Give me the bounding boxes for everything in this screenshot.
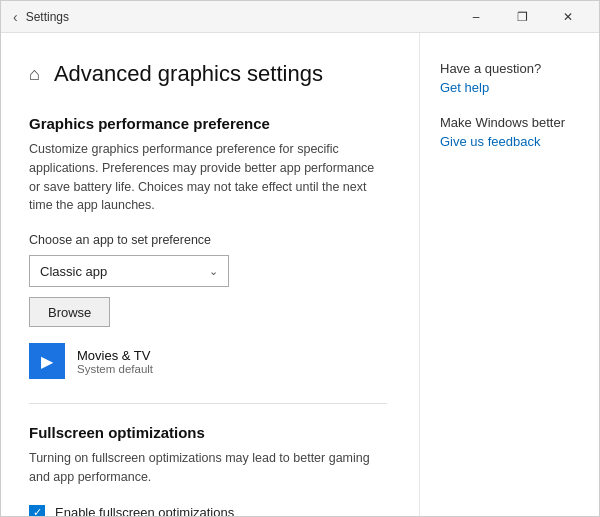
app-icon-symbol: ▶ bbox=[41, 352, 53, 371]
give-feedback-link[interactable]: Give us feedback bbox=[440, 134, 579, 149]
sidebar-feedback-section: Make Windows better Give us feedback bbox=[440, 115, 579, 149]
app-icon: ▶ bbox=[29, 343, 65, 379]
maximize-button[interactable]: ❐ bbox=[499, 1, 545, 33]
section-divider bbox=[29, 403, 387, 404]
window: ‹ Settings – ❐ ✕ ⌂ Advanced graphics set… bbox=[0, 0, 600, 517]
minimize-button[interactable]: – bbox=[453, 1, 499, 33]
main-panel: ⌂ Advanced graphics settings Graphics pe… bbox=[1, 33, 419, 516]
page-title: Advanced graphics settings bbox=[54, 61, 323, 87]
fullscreen-checkbox[interactable]: ✓ bbox=[29, 505, 45, 517]
app-status: System default bbox=[77, 363, 153, 375]
get-help-link[interactable]: Get help bbox=[440, 80, 579, 95]
page-header: ⌂ Advanced graphics settings bbox=[29, 61, 387, 87]
titlebar: ‹ Settings – ❐ ✕ bbox=[1, 1, 599, 33]
fullscreen-checkbox-label: Enable fullscreen optimizations bbox=[55, 505, 234, 516]
sidebar-feedback-heading: Make Windows better bbox=[440, 115, 579, 130]
fullscreen-checkbox-row: ✓ Enable fullscreen optimizations bbox=[29, 505, 387, 517]
fullscreen-section: Fullscreen optimizations Turning on full… bbox=[29, 424, 387, 516]
dropdown-arrow-icon: ⌄ bbox=[198, 255, 228, 287]
graphics-section-title: Graphics performance preference bbox=[29, 115, 387, 132]
sidebar-help-heading: Have a question? bbox=[440, 61, 579, 76]
choose-app-label: Choose an app to set preference bbox=[29, 233, 387, 247]
graphics-section: Graphics performance preference Customiz… bbox=[29, 115, 387, 379]
close-button[interactable]: ✕ bbox=[545, 1, 591, 33]
back-button[interactable]: ‹ bbox=[13, 9, 18, 25]
dropdown-value: Classic app bbox=[30, 264, 198, 279]
fullscreen-section-description: Turning on fullscreen optimizations may … bbox=[29, 449, 387, 487]
home-icon[interactable]: ⌂ bbox=[29, 64, 40, 85]
app-name: Movies & TV bbox=[77, 348, 153, 363]
sidebar-help-section: Have a question? Get help bbox=[440, 61, 579, 95]
app-dropdown[interactable]: Classic app ⌄ bbox=[29, 255, 229, 287]
app-info: Movies & TV System default bbox=[77, 348, 153, 375]
browse-button[interactable]: Browse bbox=[29, 297, 110, 327]
checkbox-check-icon: ✓ bbox=[33, 507, 42, 516]
app-row: ▶ Movies & TV System default bbox=[29, 343, 387, 379]
titlebar-controls: – ❐ ✕ bbox=[453, 1, 591, 33]
graphics-section-description: Customize graphics performance preferenc… bbox=[29, 140, 387, 215]
content-area: ⌂ Advanced graphics settings Graphics pe… bbox=[1, 33, 599, 516]
window-title: Settings bbox=[26, 10, 69, 24]
titlebar-left: ‹ Settings bbox=[13, 9, 69, 25]
sidebar: Have a question? Get help Make Windows b… bbox=[419, 33, 599, 516]
fullscreen-section-title: Fullscreen optimizations bbox=[29, 424, 387, 441]
